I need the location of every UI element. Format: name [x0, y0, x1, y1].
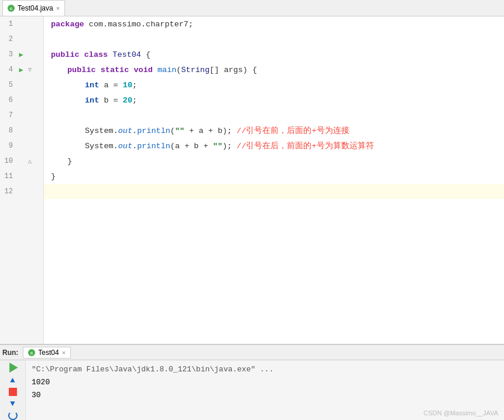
bottom-gutter: ▲ ▼: [0, 360, 26, 420]
code-line-2: [44, 32, 504, 47]
gutter-row-5: 5: [0, 77, 43, 93]
bottom-panel: Run: Test04 × ▲ ▼ "C:\Program Files\Java…: [0, 344, 504, 420]
gutter-row-1: 1: [0, 16, 43, 32]
gutter-row-7: 7: [0, 108, 43, 123]
bottom-tab-test04[interactable]: Test04 ×: [23, 347, 71, 358]
code-line-11: }: [44, 169, 504, 184]
code-line-10: }: [44, 153, 504, 169]
watermark: CSDN @Massimo__JAVA: [423, 409, 498, 416]
restart-button[interactable]: [8, 411, 18, 420]
fold-4[interactable]: ▽: [26, 66, 34, 73]
code-lines: package com.massimo.charpter7; public cl…: [44, 16, 504, 199]
line-number-1: 1: [0, 20, 16, 28]
tab-label: Test04.java: [18, 4, 53, 12]
code-line-8: System.out.println("" + a + b); //引号在前，后…: [44, 123, 504, 138]
gutter-row-3: 3 ▶: [0, 47, 43, 62]
gutter-row-12: 12: [0, 184, 43, 199]
cmd-text: "C:\Program Files\Java\jdk1.8.0_121\bin\…: [32, 365, 273, 374]
run-button[interactable]: [8, 363, 18, 373]
line-number-12: 12: [0, 187, 16, 196]
breakpoint-3[interactable]: ▶: [16, 50, 26, 59]
code-line-6: int b = 20;: [44, 93, 504, 108]
output-value-2: 30: [32, 391, 41, 399]
line-number-6: 6: [0, 96, 16, 104]
line-number-9: 9: [0, 142, 16, 150]
bottom-tab-close[interactable]: ×: [62, 349, 66, 356]
output-cmd-line: "C:\Program Files\Java\jdk1.8.0_121\bin\…: [32, 363, 498, 375]
line-gutter: 1 2 3 ▶ 4 ▶ ▽ 5 6: [0, 16, 44, 344]
gutter-row-8: 8: [0, 123, 43, 138]
output-value-1: 1020: [32, 378, 50, 387]
java-file-icon: [8, 5, 15, 12]
scroll-down-button[interactable]: ▼: [10, 399, 15, 408]
line-number-10: 10: [0, 157, 16, 165]
gutter-row-9: 9: [0, 138, 43, 153]
bottom-tab-bar: Run: Test04 ×: [0, 345, 504, 360]
line-number-8: 8: [0, 127, 16, 135]
code-line-9: System.out.println(a + b + ""); //引号在后，前…: [44, 138, 504, 153]
code-line-12: [44, 184, 504, 199]
fold-10[interactable]: △: [26, 158, 34, 165]
code-line-5: int a = 10;: [44, 77, 504, 93]
tab-close-button[interactable]: ×: [56, 5, 60, 12]
code-editor[interactable]: package com.massimo.charpter7; public cl…: [44, 16, 504, 344]
keyword-package: package: [51, 20, 84, 29]
code-line-7: [44, 108, 504, 123]
tab-bar: Test04.java ×: [0, 0, 504, 16]
output-line-2: 30: [32, 388, 498, 401]
code-line-4: public static void main(String[] args) {: [44, 62, 504, 77]
line-number-5: 5: [0, 81, 16, 89]
gutter-row-11: 11: [0, 169, 43, 184]
tab-test04[interactable]: Test04.java ×: [2, 0, 65, 16]
bottom-tab-label: Test04: [38, 349, 59, 357]
editor-area: 1 2 3 ▶ 4 ▶ ▽ 5 6: [0, 16, 504, 344]
line-number-11: 11: [0, 172, 16, 180]
gutter-row-10: 10 △: [0, 153, 43, 169]
gutter-row-6: 6: [0, 93, 43, 108]
stop-button[interactable]: [9, 388, 17, 395]
code-line-3: public class Test04 {: [44, 47, 504, 62]
line-number-7: 7: [0, 111, 16, 119]
run-label: Run:: [2, 349, 18, 357]
output-line-1: 1020: [32, 375, 498, 388]
gutter-row-4: 4 ▶ ▽: [0, 62, 43, 77]
line-number-2: 2: [0, 35, 16, 43]
run-tab-icon: [28, 349, 35, 356]
line-number-4: 4: [0, 66, 16, 74]
line-number-3: 3: [0, 50, 16, 59]
code-line-1: package com.massimo.charpter7;: [44, 16, 504, 32]
breakpoint-4[interactable]: ▶: [16, 66, 26, 74]
gutter-row-2: 2: [0, 32, 43, 47]
scroll-up-button[interactable]: ▲: [10, 376, 15, 384]
